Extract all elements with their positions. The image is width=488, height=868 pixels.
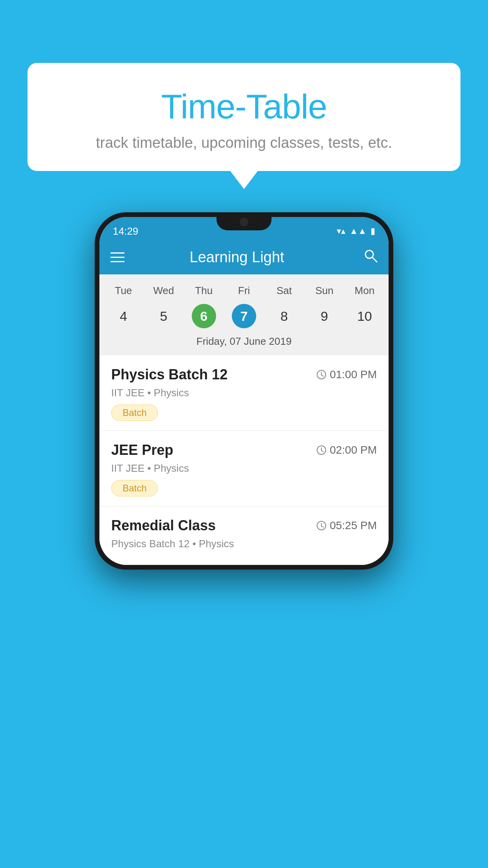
date-5[interactable]: 5 xyxy=(143,302,183,330)
schedule-item-2-detail: IIT JEE • Physics xyxy=(111,462,377,474)
day-sat: Sat xyxy=(264,281,304,300)
phone-outer: 14:29 ▾▴ ▲▲ ▮ Learning Light xyxy=(95,212,393,570)
date-selected-circle: 7 xyxy=(232,304,256,328)
app-title: Learning Light xyxy=(122,249,352,266)
schedule-item-3-time-text: 05:25 PM xyxy=(330,519,377,532)
day-sun: Sun xyxy=(304,281,344,300)
svg-line-1 xyxy=(372,257,377,262)
date-7[interactable]: 7 xyxy=(224,302,264,330)
schedule-item-2-badge: Batch xyxy=(111,480,158,497)
calendar-dates: 4 5 6 7 8 9 10 xyxy=(99,300,389,332)
schedule-item-3[interactable]: Remedial Class 05:25 PM Physics Batch 12… xyxy=(99,506,389,565)
schedule-item-3-title: Remedial Class xyxy=(111,517,216,534)
wifi-icon: ▾▴ xyxy=(337,226,345,236)
schedule-item-2-title: JEE Prep xyxy=(111,442,173,458)
calendar-days-header: Tue Wed Thu Fri Sat Sun Mon xyxy=(99,281,389,300)
schedule-item-2-time: 02:00 PM xyxy=(316,444,377,456)
schedule-list: Physics Batch 12 01:00 PM IIT JEE • Phys… xyxy=(99,355,389,565)
schedule-item-3-header: Remedial Class 05:25 PM xyxy=(111,517,377,534)
schedule-item-2-header: JEE Prep 02:00 PM xyxy=(111,442,377,458)
schedule-item-2-time-text: 02:00 PM xyxy=(330,444,377,456)
date-6[interactable]: 6 xyxy=(184,302,224,330)
selected-date-label: Friday, 07 June 2019 xyxy=(99,332,389,353)
status-time: 14:29 xyxy=(113,225,138,237)
schedule-item-1-time: 01:00 PM xyxy=(316,368,377,381)
schedule-item-3-time: 05:25 PM xyxy=(316,519,377,532)
date-today-circle: 6 xyxy=(192,304,216,328)
date-4[interactable]: 4 xyxy=(103,302,143,330)
phone-notch xyxy=(216,212,272,230)
day-tue: Tue xyxy=(103,281,143,300)
search-icon[interactable] xyxy=(363,248,378,266)
battery-icon: ▮ xyxy=(371,226,375,236)
day-fri: Fri xyxy=(224,281,264,300)
speech-bubble: Time-Table track timetable, upcoming cla… xyxy=(28,63,460,171)
schedule-item-3-detail: Physics Batch 12 • Physics xyxy=(111,538,377,550)
schedule-item-1-time-text: 01:00 PM xyxy=(330,368,377,381)
schedule-item-2[interactable]: JEE Prep 02:00 PM IIT JEE • Physics Batc… xyxy=(99,431,389,506)
phone-camera xyxy=(240,218,248,226)
svg-line-7 xyxy=(321,451,323,452)
date-8[interactable]: 8 xyxy=(264,302,304,330)
signal-icon: ▲▲ xyxy=(349,226,367,236)
svg-line-4 xyxy=(321,375,323,376)
schedule-item-1[interactable]: Physics Batch 12 01:00 PM IIT JEE • Phys… xyxy=(99,355,389,431)
app-bar: Learning Light xyxy=(99,240,389,274)
date-10[interactable]: 10 xyxy=(345,302,385,330)
svg-line-10 xyxy=(321,526,323,527)
calendar-section: Tue Wed Thu Fri Sat Sun Mon 4 5 6 7 xyxy=(99,274,389,355)
date-9[interactable]: 9 xyxy=(304,302,344,330)
phone-screen: 14:29 ▾▴ ▲▲ ▮ Learning Light xyxy=(99,217,389,565)
schedule-item-1-detail: IIT JEE • Physics xyxy=(111,387,377,399)
phone-mockup: 14:29 ▾▴ ▲▲ ▮ Learning Light xyxy=(95,212,393,570)
bubble-title: Time-Table xyxy=(43,86,445,127)
schedule-item-1-badge: Batch xyxy=(111,405,158,421)
bubble-subtitle: track timetable, upcoming classes, tests… xyxy=(43,134,445,151)
status-icons: ▾▴ ▲▲ ▮ xyxy=(337,226,375,236)
day-mon: Mon xyxy=(345,281,385,300)
day-wed: Wed xyxy=(143,281,183,300)
day-thu: Thu xyxy=(184,281,224,300)
schedule-item-1-header: Physics Batch 12 01:00 PM xyxy=(111,366,377,383)
schedule-item-1-title: Physics Batch 12 xyxy=(111,366,227,383)
